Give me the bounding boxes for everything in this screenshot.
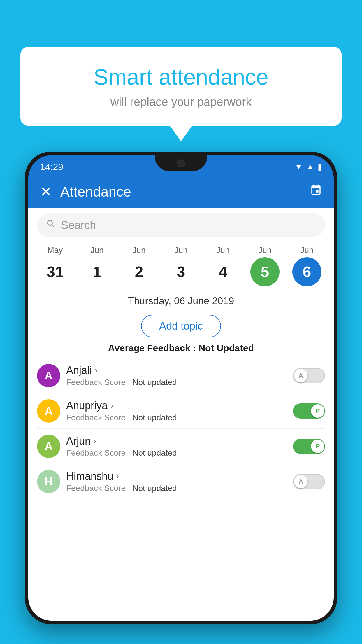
wifi-icon: ▼ [295,162,303,172]
search-placeholder: Search [61,219,96,232]
attendance-toggle[interactable]: A [293,368,325,383]
status-time: 14:29 [40,162,63,172]
avg-feedback-label: Average Feedback : [108,343,198,353]
calendar-day-5[interactable]: Jun5 [247,246,282,286]
calendar-icon[interactable] [310,184,322,199]
student-feedback: Feedback Score : Not updated [66,448,287,458]
calendar-date: 4 [208,257,238,286]
app-bar: ✕ Attendance [28,176,334,208]
calendar-day-2[interactable]: Jun2 [122,246,157,286]
student-item-2[interactable]: AArjun ›Feedback Score : Not updatedP [37,429,325,464]
toggle-switch[interactable]: A [293,474,325,489]
student-avatar: H [37,470,60,493]
signal-icon: ▲ [306,162,314,172]
student-avatar: A [37,435,60,458]
toggle-knob: P [311,404,324,418]
student-avatar: A [37,364,60,387]
calendar-date: 31 [41,257,70,286]
avg-feedback-value: Not Updated [198,343,254,353]
calendar-date: 2 [124,257,154,286]
attendance-toggle[interactable]: P [293,403,325,419]
toggle-knob: A [294,369,307,382]
avg-feedback: Average Feedback : Not Updated [28,343,334,354]
calendar-date: 6 [292,257,321,286]
calendar-month: Jun [258,246,271,255]
screen-content: Search May31Jun1Jun2Jun3Jun4Jun5Jun6 Thu… [28,208,334,621]
student-item-3[interactable]: HHimanshu ›Feedback Score : Not updatedA [37,464,325,499]
calendar-month: Jun [174,246,187,255]
chevron-icon: › [94,436,96,446]
student-item-1[interactable]: AAnupriya ›Feedback Score : Not updatedP [37,393,325,429]
calendar-month: Jun [216,246,229,255]
search-icon [46,219,56,232]
speech-bubble-container: Smart attendance will replace your paper… [20,47,342,126]
student-item-0[interactable]: AAnjali ›Feedback Score : Not updatedA [37,358,325,393]
student-name: Himanshu › [66,470,287,482]
phone-inner: 14:29 ▼ ▲ ▮ ✕ Attendance [28,155,334,621]
calendar-month: May [48,246,63,255]
attendance-toggle[interactable]: A [293,474,325,489]
student-list: AAnjali ›Feedback Score : Not updatedAAA… [28,358,334,499]
chevron-icon: › [95,366,97,375]
chevron-icon: › [110,401,113,410]
student-feedback: Feedback Score : Not updated [66,413,287,422]
close-button[interactable]: ✕ [40,183,52,200]
student-avatar: A [37,399,60,423]
toggle-switch[interactable]: P [293,439,325,454]
calendar-day-6[interactable]: Jun6 [289,246,324,286]
calendar-day-3[interactable]: Jun3 [164,246,198,286]
student-info: Arjun ›Feedback Score : Not updated [66,435,287,458]
phone-camera [177,159,185,167]
selected-date: Thursday, 06 June 2019 [28,292,334,309]
student-feedback: Feedback Score : Not updated [66,484,287,493]
calendar-date: 5 [250,257,280,286]
calendar-day-4[interactable]: Jun4 [205,246,240,286]
calendar-month: Jun [300,246,313,255]
student-name: Arjun › [66,435,287,447]
student-name: Anupriya › [66,400,287,412]
calendar-day-0[interactable]: May31 [38,246,73,286]
student-info: Anupriya ›Feedback Score : Not updated [66,400,287,422]
phone-container: 14:29 ▼ ▲ ▮ ✕ Attendance [25,152,337,644]
toggle-switch[interactable]: P [293,403,325,419]
student-feedback: Feedback Score : Not updated [66,378,287,387]
student-info: Himanshu ›Feedback Score : Not updated [66,470,287,493]
app-bar-title: Attendance [60,184,301,200]
add-topic-button[interactable]: Add topic [141,315,221,337]
attendance-toggle[interactable]: P [293,439,325,454]
phone-frame: 14:29 ▼ ▲ ▮ ✕ Attendance [25,152,337,624]
status-icons: ▼ ▲ ▮ [295,162,322,172]
calendar-date: 3 [166,257,196,286]
toggle-switch[interactable]: A [293,368,325,383]
calendar-month: Jun [90,246,103,255]
toggle-knob: P [311,440,324,453]
speech-bubble-subtitle: will replace your paperwork [44,95,318,108]
speech-bubble: Smart attendance will replace your paper… [20,47,342,126]
battery-icon: ▮ [318,162,322,172]
toggle-knob: A [294,475,307,488]
calendar-day-1[interactable]: Jun1 [80,246,115,286]
phone-notch [155,155,207,171]
chevron-icon: › [116,472,119,481]
search-bar[interactable]: Search [37,214,325,237]
calendar-strip: May31Jun1Jun2Jun3Jun4Jun5Jun6 [28,243,334,292]
student-name: Anjali › [66,364,287,377]
student-info: Anjali ›Feedback Score : Not updated [66,364,287,387]
calendar-month: Jun [132,246,145,255]
speech-bubble-title: Smart attendance [44,64,318,90]
calendar-date: 1 [82,257,112,286]
